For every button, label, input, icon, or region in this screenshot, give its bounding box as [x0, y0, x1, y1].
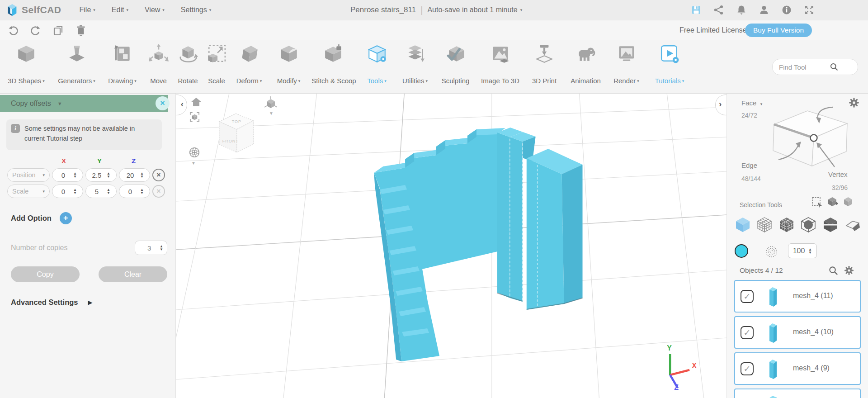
select-object-mode-icon-active[interactable]	[734, 216, 751, 233]
stepper-control[interactable]: ▲▼	[160, 245, 163, 251]
toolbar-item-3d-shapes[interactable]: 3D Shapes▾	[1, 40, 52, 93]
view-cube-gizmo[interactable]: TOP FRONT	[219, 114, 254, 152]
view-dropdown-caret[interactable]: ▼	[269, 111, 274, 116]
undo-icon[interactable]	[7, 24, 19, 36]
menu-view[interactable]: View▾	[137, 0, 173, 20]
toolbar-item-stitch-scoop[interactable]: Stitch & Scoop	[311, 40, 357, 93]
collapse-caret-icon[interactable]: ▼	[57, 101, 62, 106]
objects-settings-gear-icon[interactable]	[844, 265, 854, 276]
account-person-icon[interactable]	[759, 5, 769, 15]
position-z-field[interactable]	[120, 171, 140, 180]
scale-x-field[interactable]	[53, 187, 73, 196]
select-dense-mesh-mode-icon[interactable]	[778, 216, 795, 233]
camera-view-icon[interactable]	[189, 112, 200, 122]
position-type-dropdown[interactable]: Position▾	[7, 168, 50, 182]
penrose-stairs-model[interactable]	[374, 128, 582, 361]
search-objects-icon[interactable]	[828, 265, 839, 276]
soft-selection-sphere-icon[interactable]	[765, 246, 778, 258]
toolbar-item-tools[interactable]: Tools▾	[357, 40, 396, 93]
remove-position-row-button[interactable]: ×	[152, 169, 165, 181]
stepper-control[interactable]: ▲▼	[73, 188, 77, 194]
copies-field[interactable]	[141, 244, 158, 252]
home-view-icon[interactable]	[190, 96, 202, 108]
save-icon[interactable]	[691, 5, 702, 15]
select-add-cube-icon[interactable]	[827, 196, 839, 208]
find-tool-input[interactable]	[778, 63, 830, 71]
image-to-3d-icon	[490, 43, 511, 64]
stepper-control[interactable]: ▲▼	[73, 172, 77, 178]
select-sphere-mode-icon[interactable]	[800, 216, 817, 233]
menu-edit[interactable]: Edit▾	[104, 0, 137, 20]
object-list-item-partial[interactable]: ✓	[734, 389, 861, 398]
copy-offsets-header[interactable]: Copy offsets ▼	[0, 95, 168, 112]
scale-type-dropdown[interactable]: Scale▾	[7, 185, 50, 198]
toolbar-item-drawing[interactable]: Drawing▾	[102, 40, 143, 93]
stitch-scoop-icon	[324, 43, 344, 64]
toolbar-item-scale[interactable]: Scale	[202, 40, 231, 93]
clear-button[interactable]: Clear	[99, 266, 167, 282]
toolbar-item-rotate[interactable]: Rotate	[174, 40, 202, 93]
brush-color-indicator[interactable]	[735, 244, 748, 258]
select-split-mode-icon[interactable]	[822, 216, 839, 233]
object-list-item[interactable]: ✓ mesh_4 (11)	[734, 280, 861, 313]
pan-dropdown-caret[interactable]: ▼	[191, 161, 196, 166]
toolbar-item-move[interactable]: Move	[143, 40, 174, 93]
tools-icon	[367, 43, 387, 64]
position-y-field[interactable]	[87, 171, 107, 180]
autosave-dropdown[interactable]: Auto-save in about 1 minute▾	[427, 6, 522, 14]
search-icon[interactable]	[830, 62, 839, 71]
menu-settings[interactable]: Settings▾	[173, 0, 219, 20]
buy-full-version-button[interactable]: Buy Full Version	[745, 24, 812, 37]
position-x-field[interactable]	[53, 171, 73, 180]
object-visibility-checkbox[interactable]: ✓	[741, 362, 754, 375]
stepper-control[interactable]: ▲▼	[140, 188, 144, 194]
toolbar-item-3d-print[interactable]: 3D Print	[523, 40, 566, 93]
advanced-settings-toggle[interactable]: Advanced Settings ▶	[11, 298, 93, 307]
info-icon[interactable]	[781, 5, 792, 15]
stepper-control[interactable]: ▲▼	[140, 172, 144, 178]
object-list-item[interactable]: ✓ mesh_4 (10)	[734, 316, 861, 349]
isometric-view-icon[interactable]	[264, 96, 278, 110]
3d-viewport[interactable]: TOP FRONT	[176, 94, 726, 398]
object-visibility-checkbox[interactable]: ✓	[741, 290, 754, 303]
select-face-plane-mode-icon[interactable]	[844, 216, 861, 233]
top-menu-bar: SelfCAD File▾ Edit▾ View▾ Settings▾ Penr…	[0, 0, 868, 20]
menu-file[interactable]: File▾	[71, 0, 104, 20]
toolbar-item-modify[interactable]: Modify▾	[267, 40, 311, 93]
selfcad-logo-icon	[5, 3, 19, 17]
redo-icon[interactable]	[30, 24, 42, 36]
advanced-settings-label: Advanced Settings	[11, 298, 78, 307]
object-visibility-checkbox[interactable]: ✓	[741, 326, 754, 339]
face-mode-dropdown[interactable]: Face ▾	[741, 99, 762, 107]
strength-field[interactable]	[789, 246, 808, 256]
delete-trash-icon[interactable]	[75, 24, 87, 36]
stepper-control[interactable]: ▲▼	[107, 172, 110, 178]
toolbar-item-image-to-3d[interactable]: Image To 3D	[477, 40, 523, 93]
share-icon[interactable]	[713, 5, 724, 15]
selfcad-logo[interactable]: SelfCAD	[5, 3, 61, 17]
selection-tools-label: Selection Tools	[740, 201, 782, 208]
scale-y-field[interactable]	[87, 187, 107, 196]
stepper-control[interactable]: ▲▼	[808, 248, 812, 254]
add-option-button[interactable]: +	[60, 212, 72, 224]
select-all-cube-icon[interactable]	[843, 196, 854, 208]
copy-button[interactable]: Copy	[11, 266, 80, 282]
toolbar-item-tutorials[interactable]: Tutorials▾	[647, 40, 692, 93]
close-panel-button[interactable]: ×	[156, 96, 170, 110]
toolbar-item-deform[interactable]: Deform▾	[231, 40, 267, 93]
object-list-item[interactable]: ✓ mesh_4 (9)	[734, 352, 861, 385]
toolbar-item-sculpting[interactable]: Sculpting	[434, 40, 477, 93]
marquee-select-icon[interactable]	[811, 197, 823, 208]
scale-z-field[interactable]	[120, 187, 140, 196]
toolbar-item-generators[interactable]: Generators▾	[52, 40, 102, 93]
fullscreen-icon[interactable]	[804, 5, 815, 15]
notifications-bell-icon[interactable]	[736, 5, 747, 15]
viewport-scene: TOP FRONT	[176, 94, 726, 398]
pan-globe-icon[interactable]	[188, 146, 201, 159]
copy-icon[interactable]	[52, 24, 64, 36]
select-wireframe-mode-icon[interactable]	[756, 216, 773, 233]
toolbar-item-render[interactable]: Render▾	[606, 40, 647, 93]
toolbar-item-utilities[interactable]: Utilities▾	[396, 40, 434, 93]
stepper-control[interactable]: ▲▼	[107, 188, 110, 194]
toolbar-item-animation[interactable]: Animation	[566, 40, 606, 93]
